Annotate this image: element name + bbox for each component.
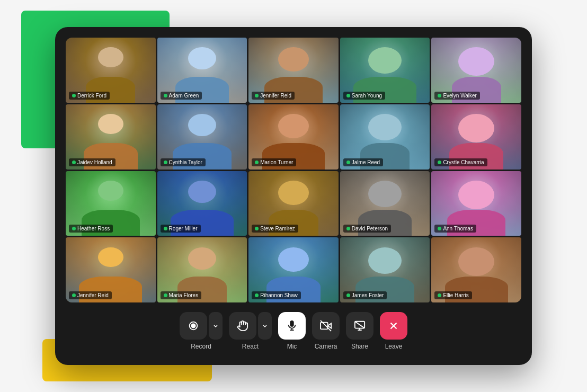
video-tile[interactable]: Jalme Reed xyxy=(340,104,430,170)
control-group-leave: Leave xyxy=(380,312,407,350)
mic-button-group xyxy=(278,312,306,340)
video-grid: Derrick FordAdam GreenJennifer ReidSarah… xyxy=(66,38,521,302)
leave-label: Leave xyxy=(385,343,403,350)
video-tile[interactable]: Jaidev Holland xyxy=(66,104,156,170)
participant-name: Adam Green xyxy=(169,93,199,99)
participant-label: Sarah Young xyxy=(343,92,385,100)
mic-label: Mic xyxy=(287,343,297,350)
mic-indicator xyxy=(346,227,350,230)
control-group-share: Share xyxy=(346,312,373,350)
share-button[interactable] xyxy=(346,312,373,340)
video-tile[interactable]: Maria Flores xyxy=(157,237,247,302)
participant-label: Jennifer Reid xyxy=(252,92,295,100)
participant-name: Ann Thomas xyxy=(443,226,473,231)
mic-indicator xyxy=(255,227,259,230)
camera-button[interactable] xyxy=(312,312,340,340)
video-tile[interactable]: Steve Ramirez xyxy=(248,171,339,236)
mic-indicator xyxy=(164,94,167,97)
react-button[interactable] xyxy=(229,312,256,340)
control-group-record: Record xyxy=(180,312,223,350)
control-group-react: React xyxy=(229,312,272,350)
mic-indicator xyxy=(255,94,259,97)
video-tile[interactable]: Derrick Ford xyxy=(66,38,156,103)
participant-name: David Peterson xyxy=(352,226,388,231)
participant-label: Steve Ramirez xyxy=(252,225,298,233)
participant-label: Maria Flores xyxy=(161,291,202,299)
participant-name: Crystle Chavarria xyxy=(443,159,484,165)
participant-label: Rihannon Shaw xyxy=(252,291,301,299)
mic-indicator xyxy=(255,161,259,164)
participant-label: Heather Ross xyxy=(69,225,113,233)
participant-label: Jalme Reed xyxy=(343,158,383,166)
svg-line-8 xyxy=(355,322,364,328)
mic-indicator xyxy=(438,94,441,97)
participant-name: Jalme Reed xyxy=(352,159,380,165)
mic-indicator xyxy=(72,94,76,97)
participant-label: Ann Thomas xyxy=(434,225,476,233)
control-group-camera: Camera xyxy=(312,312,340,350)
mic-indicator xyxy=(164,293,167,297)
participant-label: David Peterson xyxy=(343,225,391,233)
participant-label: Jaidev Holland xyxy=(69,158,115,166)
participant-name: Heather Ross xyxy=(77,226,110,231)
video-tile[interactable]: Roger Miller xyxy=(157,171,247,236)
participant-name: Cynthia Taylor xyxy=(169,159,202,165)
record-button[interactable] xyxy=(180,312,207,340)
svg-rect-2 xyxy=(290,321,294,326)
participant-name: Jaidev Holland xyxy=(77,159,112,165)
react-chevron-button[interactable] xyxy=(258,312,272,340)
video-tile[interactable]: Cynthia Taylor xyxy=(157,104,247,170)
device-frame: Derrick FordAdam GreenJennifer ReidSarah… xyxy=(55,27,532,365)
video-tile[interactable]: Ann Thomas xyxy=(431,171,521,236)
participant-name: Steve Ramirez xyxy=(260,226,295,231)
mic-indicator xyxy=(346,293,350,297)
leave-button[interactable] xyxy=(380,312,407,340)
participant-label: Ellie Harris xyxy=(434,291,472,299)
video-tile[interactable]: Sarah Young xyxy=(340,38,430,103)
record-button-group xyxy=(180,312,223,340)
participant-name: Marion Turner xyxy=(260,159,293,165)
video-tile[interactable]: Evelyn Walker xyxy=(431,38,521,103)
video-tile[interactable]: Jennifer Reid xyxy=(66,237,156,302)
video-tile[interactable]: David Peterson xyxy=(340,171,430,236)
mic-indicator xyxy=(255,293,259,297)
mic-indicator xyxy=(164,227,167,230)
leave-button-group xyxy=(380,312,407,340)
mic-indicator xyxy=(438,293,441,297)
share-button-group xyxy=(346,312,373,340)
video-tile[interactable]: Jennifer Reid xyxy=(248,38,339,103)
mic-indicator xyxy=(164,161,167,164)
video-tile[interactable]: Rihannon Shaw xyxy=(248,237,339,302)
video-tile[interactable]: Crystle Chavarria xyxy=(431,104,521,170)
participant-label: James Foster xyxy=(343,291,387,299)
participant-label: Marion Turner xyxy=(252,158,296,166)
video-tile[interactable]: James Foster xyxy=(340,237,430,302)
participant-name: Maria Flores xyxy=(169,292,199,298)
participant-label: Evelyn Walker xyxy=(434,92,480,100)
mic-indicator xyxy=(72,161,76,164)
share-label: Share xyxy=(351,343,368,350)
participant-name: Evelyn Walker xyxy=(443,93,477,99)
participant-name: Roger Miller xyxy=(169,226,198,231)
mic-indicator xyxy=(438,227,441,230)
participant-label: Adam Green xyxy=(161,92,202,100)
record-label: Record xyxy=(191,343,211,350)
camera-button-group xyxy=(312,312,340,340)
controls-bar: Record React xyxy=(66,302,521,354)
participant-name: Jennifer Reid xyxy=(260,93,291,99)
participant-name: Derrick Ford xyxy=(77,93,106,99)
video-tile[interactable]: Heather Ross xyxy=(66,171,156,236)
svg-point-1 xyxy=(191,324,195,327)
video-tile[interactable]: Adam Green xyxy=(157,38,247,103)
mic-indicator xyxy=(72,227,76,230)
react-label: React xyxy=(242,343,259,350)
record-chevron-button[interactable] xyxy=(209,312,223,340)
camera-label: Camera xyxy=(315,343,337,350)
control-group-mic: Mic xyxy=(278,312,306,350)
video-tile[interactable]: Marion Turner xyxy=(248,104,339,170)
react-button-group xyxy=(229,312,272,340)
mic-button[interactable] xyxy=(278,312,306,340)
participant-name: Jennifer Reid xyxy=(77,292,109,298)
participant-name: Rihannon Shaw xyxy=(260,292,298,298)
video-tile[interactable]: Ellie Harris xyxy=(431,237,521,302)
